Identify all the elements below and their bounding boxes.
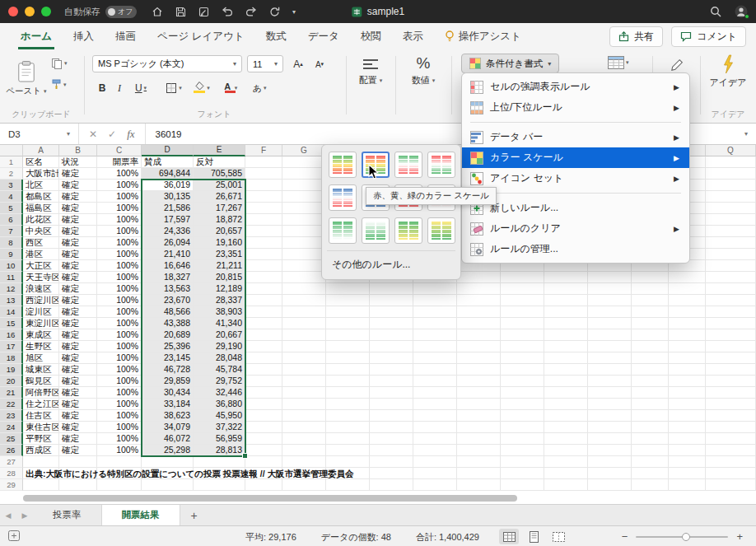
cell[interactable] bbox=[669, 445, 706, 456]
cell[interactable] bbox=[413, 295, 457, 306]
cell[interactable]: 確定 bbox=[59, 341, 97, 352]
ribbon-tab[interactable]: ホーム bbox=[10, 23, 63, 49]
cell[interactable] bbox=[282, 214, 326, 226]
row-header[interactable]: 12 bbox=[0, 283, 23, 295]
cell[interactable] bbox=[282, 249, 326, 260]
cell[interactable] bbox=[282, 260, 326, 272]
row-header[interactable]: 25 bbox=[0, 433, 23, 445]
cell[interactable]: 694,844 bbox=[142, 168, 194, 180]
cell[interactable]: 中央区 bbox=[23, 226, 59, 237]
cell[interactable] bbox=[632, 479, 669, 491]
cell[interactable] bbox=[501, 445, 544, 456]
cell[interactable]: 21,410 bbox=[142, 249, 194, 260]
cell[interactable] bbox=[245, 237, 282, 249]
cell[interactable] bbox=[413, 376, 457, 387]
cell[interactable] bbox=[326, 376, 370, 387]
cell[interactable]: 100% bbox=[97, 272, 142, 283]
cell[interactable] bbox=[282, 329, 326, 341]
cell[interactable] bbox=[370, 306, 413, 318]
font-size-select[interactable]: 11▾ bbox=[247, 55, 283, 72]
row-header[interactable]: 4 bbox=[0, 191, 23, 203]
cell[interactable]: 20,815 bbox=[194, 272, 245, 283]
ribbon-tab[interactable]: 描画 bbox=[105, 23, 147, 49]
cell[interactable]: 100% bbox=[97, 387, 142, 399]
cell[interactable] bbox=[632, 295, 669, 306]
ribbon-tab[interactable]: 挿入 bbox=[63, 23, 105, 49]
more-rules-item[interactable]: その他のルール... bbox=[329, 255, 454, 275]
cell[interactable]: 確定 bbox=[59, 237, 97, 249]
cell[interactable] bbox=[282, 283, 326, 295]
font-color-button[interactable]: A ▾ bbox=[217, 79, 242, 97]
cell[interactable] bbox=[669, 387, 706, 399]
cell[interactable] bbox=[669, 272, 706, 283]
cell[interactable] bbox=[370, 329, 413, 341]
cell[interactable]: 確定 bbox=[59, 191, 97, 203]
cell[interactable] bbox=[457, 479, 501, 491]
cell[interactable] bbox=[501, 479, 544, 491]
cell[interactable] bbox=[245, 329, 282, 341]
cell[interactable] bbox=[457, 283, 501, 295]
cell[interactable] bbox=[501, 329, 544, 341]
cell[interactable] bbox=[23, 479, 59, 491]
cell[interactable] bbox=[501, 456, 544, 468]
cell[interactable] bbox=[706, 318, 756, 329]
cell[interactable] bbox=[282, 422, 326, 433]
cell[interactable] bbox=[706, 283, 756, 295]
cell[interactable]: 33,184 bbox=[142, 399, 194, 410]
formula-bar-expand-icon[interactable]: ▾ bbox=[744, 130, 756, 138]
cell[interactable] bbox=[282, 433, 326, 445]
normal-view-button[interactable] bbox=[499, 529, 519, 544]
cell[interactable]: 大正区 bbox=[23, 260, 59, 272]
row-header[interactable]: 11 bbox=[0, 272, 23, 283]
sheet-nav-left-icon[interactable]: ◀ bbox=[0, 505, 16, 525]
cell[interactable]: 確定 bbox=[59, 387, 97, 399]
cell[interactable] bbox=[457, 272, 501, 283]
cell[interactable] bbox=[326, 422, 370, 433]
cell[interactable]: 24,336 bbox=[142, 226, 194, 237]
cell[interactable]: 21,586 bbox=[142, 203, 194, 214]
cell[interactable] bbox=[282, 156, 326, 168]
cell[interactable] bbox=[544, 364, 588, 376]
cell[interactable]: 30,135 bbox=[142, 191, 194, 203]
cell[interactable]: 100% bbox=[97, 180, 142, 191]
cell[interactable]: 確定 bbox=[59, 249, 97, 260]
cell[interactable] bbox=[501, 306, 544, 318]
cell[interactable] bbox=[544, 329, 588, 341]
cell[interactable] bbox=[669, 329, 706, 341]
cell[interactable]: 北区 bbox=[23, 180, 59, 191]
cell[interactable] bbox=[194, 479, 245, 491]
cell[interactable]: 状況 bbox=[59, 156, 97, 168]
cell[interactable]: 100% bbox=[97, 226, 142, 237]
cell[interactable]: 港区 bbox=[23, 249, 59, 260]
cell[interactable]: 此花区 bbox=[23, 214, 59, 226]
cell[interactable] bbox=[706, 203, 756, 214]
row-header[interactable]: 7 bbox=[0, 226, 23, 237]
cell[interactable] bbox=[245, 364, 282, 376]
cell[interactable] bbox=[282, 168, 326, 180]
cell[interactable]: 西成区 bbox=[23, 445, 59, 456]
cell[interactable]: 25,298 bbox=[142, 445, 194, 456]
cell[interactable]: 21,211 bbox=[194, 260, 245, 272]
cell[interactable] bbox=[669, 376, 706, 387]
cell[interactable] bbox=[501, 352, 544, 364]
cell[interactable]: 天王寺区 bbox=[23, 272, 59, 283]
cell[interactable]: 26,094 bbox=[142, 237, 194, 249]
cell[interactable] bbox=[706, 364, 756, 376]
cell[interactable]: 100% bbox=[97, 445, 142, 456]
cell[interactable] bbox=[588, 376, 632, 387]
cell[interactable] bbox=[588, 295, 632, 306]
cell[interactable]: 18,327 bbox=[142, 272, 194, 283]
zoom-slider-knob[interactable] bbox=[682, 533, 690, 541]
cell[interactable] bbox=[588, 468, 632, 479]
cell[interactable] bbox=[669, 306, 706, 318]
row-header[interactable]: 15 bbox=[0, 318, 23, 329]
cell[interactable] bbox=[501, 318, 544, 329]
column-header[interactable]: E bbox=[194, 145, 245, 156]
cell[interactable] bbox=[632, 399, 669, 410]
cell[interactable] bbox=[632, 283, 669, 295]
cell[interactable]: 30,434 bbox=[142, 387, 194, 399]
cell[interactable]: 23,145 bbox=[142, 352, 194, 364]
row-header[interactable]: 28 bbox=[0, 468, 23, 479]
cell[interactable] bbox=[501, 433, 544, 445]
selection-mode-icon[interactable] bbox=[8, 530, 20, 541]
